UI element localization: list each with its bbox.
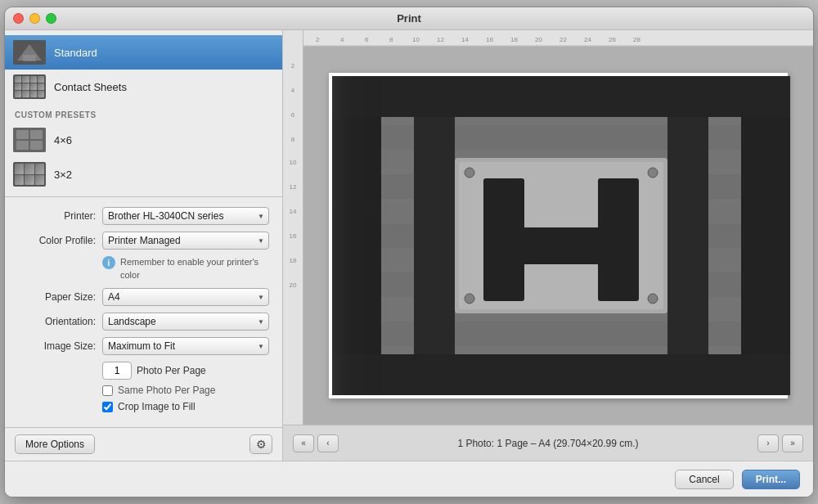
preset-contact-thumb — [13, 74, 46, 99]
title-bar: Print — [5, 7, 813, 30]
info-row: i Remember to enable your printer's colo… — [102, 256, 269, 281]
orientation-row: Orientation: Landscape — [18, 313, 269, 331]
printer-row: Printer: Brother HL-3040CN series — [18, 207, 269, 225]
svg-text:26: 26 — [609, 36, 616, 43]
photo-count-input[interactable]: 1 — [102, 362, 132, 380]
main-content: Standard Contact Sheets CUSTOM PRESETS — [5, 30, 813, 461]
svg-text:24: 24 — [584, 36, 591, 43]
svg-text:22: 22 — [560, 36, 567, 43]
ruler-top-svg: 2 4 6 8 10 12 14 16 18 20 22 24 — [303, 30, 813, 47]
paper-size-select[interactable]: A4 — [102, 288, 269, 306]
svg-rect-4 — [16, 130, 29, 139]
svg-text:18: 18 — [290, 257, 297, 264]
svg-text:2: 2 — [316, 36, 320, 43]
photo-frame — [329, 73, 788, 398]
settings-area: Printer: Brother HL-3040CN series Color … — [5, 196, 282, 427]
last-page-button[interactable]: » — [782, 434, 803, 452]
image-size-label: Image Size: — [18, 340, 96, 352]
info-text: Remember to enable your printer's color — [120, 256, 269, 281]
svg-rect-6 — [16, 141, 29, 150]
preset-standard[interactable]: Standard — [5, 35, 282, 70]
orientation-select[interactable]: Landscape — [102, 313, 269, 331]
maximize-button[interactable] — [46, 13, 56, 24]
close-button[interactable] — [13, 13, 24, 24]
gear-icon: ⚙ — [256, 438, 267, 451]
paper-size-label: Paper Size: — [18, 291, 96, 303]
preset-standard-label: Standard — [54, 47, 97, 59]
left-panel: Standard Contact Sheets CUSTOM PRESETS — [5, 30, 283, 461]
svg-rect-7 — [30, 141, 43, 150]
right-panel: 2 4 6 8 10 12 14 16 18 20 22 24 — [283, 30, 813, 461]
photo-svg — [332, 76, 790, 395]
paper-size-row: Paper Size: A4 — [18, 288, 269, 306]
svg-text:2: 2 — [291, 62, 295, 70]
ruler-left-svg: 2 4 6 8 10 12 14 16 18 20 — [283, 47, 303, 425]
preview-area: 2 4 6 8 10 12 14 16 18 20 22 24 — [283, 30, 813, 425]
svg-text:16: 16 — [290, 232, 297, 240]
window-title: Print — [397, 12, 421, 25]
crop-image-label: Crop Image to Fill — [118, 401, 196, 412]
gear-button[interactable]: ⚙ — [249, 434, 272, 454]
printer-select-wrapper: Brother HL-3040CN series — [102, 207, 269, 225]
info-icon: i — [102, 256, 115, 269]
color-profile-select-wrapper: Printer Managed — [102, 232, 269, 250]
svg-text:16: 16 — [486, 36, 493, 43]
photo-per-page-label: Photo Per Page — [137, 365, 206, 376]
crop-image-checkbox[interactable] — [102, 402, 113, 412]
preset-3x2[interactable]: 3×2 — [5, 157, 282, 191]
svg-text:10: 10 — [290, 159, 297, 166]
crop-image-row: Crop Image to Fill — [102, 401, 269, 412]
photo-image — [332, 76, 790, 395]
photos-per-page-row: 1 Photo Per Page — [102, 362, 269, 380]
paper-size-select-wrapper: A4 — [102, 288, 269, 306]
svg-text:4: 4 — [340, 36, 344, 43]
svg-text:20: 20 — [290, 281, 297, 289]
same-photo-label: Same Photo Per Page — [118, 385, 215, 396]
more-options-button[interactable]: More Options — [15, 434, 95, 454]
prev-page-button[interactable]: ‹ — [317, 434, 339, 452]
image-size-row: Image Size: Maximum to Fit — [18, 337, 269, 355]
orientation-label: Orientation: — [18, 316, 96, 327]
preset-contact-sheets[interactable]: Contact Sheets — [5, 70, 282, 104]
nav-buttons-right: › » — [757, 434, 803, 452]
preview-nav-bar: « ‹ 1 Photo: 1 Page – A4 (29.704×20.99 c… — [283, 425, 813, 461]
same-photo-checkbox[interactable] — [102, 385, 113, 396]
color-profile-select[interactable]: Printer Managed — [102, 232, 269, 250]
image-size-select[interactable]: Maximum to Fit — [102, 337, 269, 355]
svg-text:28: 28 — [633, 36, 640, 43]
svg-text:6: 6 — [365, 36, 369, 43]
svg-text:8: 8 — [291, 136, 295, 143]
page-info: 1 Photo: 1 Page – A4 (29.704×20.99 cm.) — [457, 438, 638, 449]
image-size-select-wrapper: Maximum to Fit — [102, 337, 269, 355]
svg-text:14: 14 — [461, 36, 469, 43]
print-dialog: Print Standard — [4, 7, 814, 497]
preset-standard-thumb — [13, 40, 46, 65]
svg-rect-5 — [30, 130, 43, 139]
next-page-button[interactable]: › — [757, 434, 779, 452]
svg-rect-61 — [332, 76, 790, 395]
nav-buttons: « ‹ — [293, 434, 339, 452]
svg-rect-2 — [23, 55, 36, 61]
svg-text:18: 18 — [510, 36, 518, 43]
first-page-button[interactable]: « — [293, 434, 314, 452]
left-bottom-bar: More Options ⚙ — [5, 427, 282, 461]
orientation-select-wrapper: Landscape — [102, 313, 269, 331]
print-button[interactable]: Print... — [742, 470, 800, 489]
preset-4x6-label: 4×6 — [54, 134, 72, 146]
svg-text:8: 8 — [389, 36, 393, 43]
preset-4x6-thumb — [13, 128, 46, 152]
presets-list: Standard Contact Sheets CUSTOM PRESETS — [5, 30, 282, 196]
preview-canvas — [303, 47, 813, 425]
cancel-button[interactable]: Cancel — [675, 470, 733, 489]
preset-4x6[interactable]: 4×6 — [5, 123, 282, 157]
printer-label: Printer: — [18, 210, 96, 222]
bottom-action-bar: Cancel Print... — [5, 461, 813, 497]
printer-select[interactable]: Brother HL-3040CN series — [102, 207, 269, 225]
svg-text:10: 10 — [412, 36, 420, 43]
svg-text:12: 12 — [290, 183, 297, 191]
svg-text:6: 6 — [291, 111, 295, 119]
minimize-button[interactable] — [29, 13, 40, 24]
svg-text:4: 4 — [291, 87, 295, 94]
svg-text:14: 14 — [290, 208, 297, 215]
ruler-top: 2 4 6 8 10 12 14 16 18 20 22 24 — [283, 30, 813, 47]
